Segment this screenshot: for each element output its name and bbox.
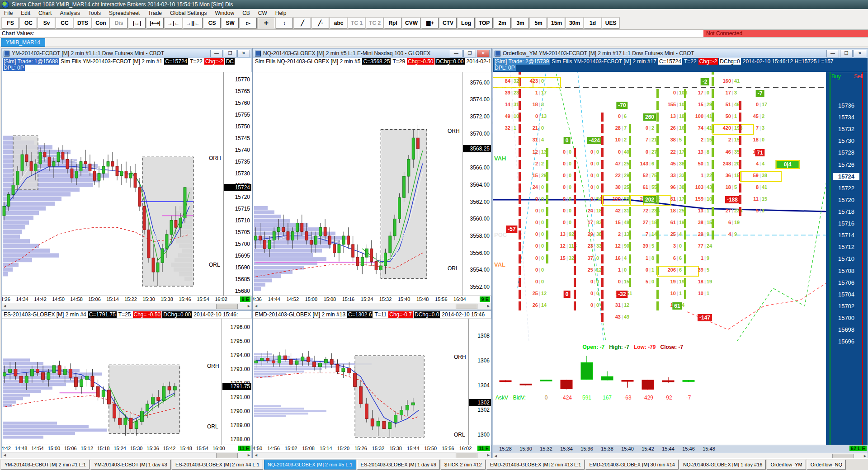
scroll-thumb[interactable]	[456, 453, 477, 458]
toolbar-button-2m[interactable]: 2m	[494, 18, 511, 28]
app-titlebar[interactable]: Sierra Chart 1068 YMIB_MAR14.cht Interac…	[0, 0, 868, 9]
window-titlebar[interactable]: YM-201403-ECBOT [M] 2 min #1 L:1 Dow Fut…	[2, 49, 251, 58]
scroll-left-arrow[interactable]: ◄	[254, 304, 258, 308]
toolbar-button-15m[interactable]: 15m	[548, 18, 565, 28]
toolbar-button-fs[interactable]: FS	[2, 18, 19, 28]
taskbar-item[interactable]: NQ-201403-GLOBEX [M] 1 day #16	[679, 460, 766, 470]
h-scrollbar[interactable]: ◄►	[2, 452, 251, 459]
price-axis-nq[interactable]: 3576.003574.003572.003570.003568.003566.…	[462, 72, 491, 296]
toolbar-button-log[interactable]: Log	[458, 18, 475, 28]
restore-button[interactable]: ❐	[840, 50, 853, 57]
menu-item-cw[interactable]: CW	[254, 10, 271, 16]
toolbar-button-con[interactable]: Con	[92, 18, 109, 28]
toolbar-button-→|←[interactable]: →|←	[165, 18, 182, 28]
scroll-right-arrow[interactable]: ►	[863, 454, 867, 458]
taskbar-item[interactable]: NQ-201403-GLOBEX [M] 2 min #5 L:1	[264, 460, 356, 470]
scroll-thumb[interactable]	[456, 304, 477, 309]
close-button[interactable]: ✕	[854, 50, 866, 57]
toolbar-button-30m[interactable]: 30m	[566, 18, 583, 28]
toolbar-button-sv[interactable]: Sv	[38, 18, 55, 28]
chartbook-tab[interactable]: YMIB_MAR14	[1, 38, 45, 47]
taskbar-item[interactable]: EMD-201403-GLOBEX [M] 30 min #14	[585, 460, 679, 470]
tvw-tool[interactable]: ▦+	[421, 18, 439, 28]
taskbar-item[interactable]: YM-201403-ECBOT [M] 2 min #1 L:1	[1, 460, 90, 470]
restore-button[interactable]: ❐	[224, 50, 236, 57]
toolbar-button-|↔|[interactable]: |↔|	[128, 18, 146, 28]
toolbar-button-cc[interactable]: CC	[56, 18, 73, 28]
toolbar-button-3m[interactable]: 3m	[512, 18, 529, 28]
updown-tool[interactable]: ↕	[276, 18, 293, 28]
chart-plot-emd[interactable]: ORHORL	[253, 319, 468, 445]
toolbar-button-abc[interactable]: abc	[330, 18, 347, 28]
toolbar-button-ues[interactable]: UES	[602, 18, 619, 28]
menu-item-global-settings[interactable]: Global Settings	[166, 10, 211, 16]
orderflow-price-axis[interactable]: BuySell157361573415732157301572815726157…	[826, 72, 868, 445]
menu-item-tools[interactable]: Tools	[84, 10, 105, 16]
close-button[interactable]: ✕	[477, 50, 490, 57]
ray-tool[interactable]: ╱·	[312, 18, 329, 28]
orderflow-plot[interactable]: ORHVAHPOCVAL3|184|3239|2314|3149|1032|1-…	[493, 72, 826, 341]
scroll-right-arrow[interactable]: ►	[486, 304, 491, 308]
minimize-button[interactable]: —	[450, 50, 462, 57]
taskbar-item[interactable]: ES-201403-GLOBEX [M] 1 day #9	[357, 460, 440, 470]
separator: |	[731, 184, 734, 190]
scroll-left-arrow[interactable]: ◄	[254, 453, 258, 457]
taskbar-item[interactable]: YM-201403-ECBOT [M] 1 day #3	[90, 460, 171, 470]
price-axis-es[interactable]: 1796.001795.001794.001793.001792.001791.…	[222, 319, 252, 445]
price-axis-ym[interactable]: 1577015765157601575515750157451574015735…	[223, 72, 252, 296]
scroll-right-arrow[interactable]: ►	[486, 453, 491, 457]
h-scrollbar[interactable]: ◄►	[2, 303, 251, 310]
taskbar-item[interactable]: $TICK 2 min #12	[441, 460, 486, 470]
close-button[interactable]: ✕	[237, 50, 250, 57]
h-scrollbar[interactable]: ◄►	[253, 452, 491, 459]
scroll-left-arrow[interactable]: ◄	[3, 453, 7, 457]
toolbar-button-1d[interactable]: 1d	[584, 18, 601, 28]
crosshair-tool[interactable]: ✛	[258, 18, 275, 28]
toolbar-button-cs[interactable]: CS	[203, 18, 221, 28]
menu-item-chart[interactable]: Chart	[34, 10, 56, 16]
toolbar-button-dts[interactable]: DTS	[74, 18, 91, 28]
scroll-thumb[interactable]	[832, 454, 854, 458]
toolbar-button-→||←[interactable]: →||←	[183, 18, 203, 28]
scroll-thumb[interactable]	[216, 453, 238, 458]
toolbar-button-sw[interactable]: SW	[222, 18, 239, 28]
h-scrollbar[interactable]: ◄►	[253, 303, 491, 310]
toolbar-button-5m[interactable]: 5m	[530, 18, 547, 28]
taskbar-item[interactable]: Orderflow_YM	[767, 460, 806, 470]
menu-item-help[interactable]: Help	[271, 10, 291, 16]
scroll-thumb[interactable]	[216, 304, 238, 309]
toolbar-button-ctv[interactable]: CTV	[439, 18, 457, 28]
chart-plot-nq[interactable]: ORHORL	[253, 72, 462, 296]
menu-item-file[interactable]: File	[0, 10, 17, 16]
menu-item-cb[interactable]: CB	[238, 10, 254, 16]
menu-item-trade[interactable]: Trade	[144, 10, 166, 16]
scroll-right-arrow[interactable]: ►	[247, 453, 251, 457]
menu-item-edit[interactable]: Edit	[17, 10, 34, 16]
scroll-left-arrow[interactable]: ◄	[3, 304, 7, 308]
chart-plot-es[interactable]: ORHORL	[2, 319, 222, 445]
line-tool[interactable]: ╱	[294, 18, 311, 28]
toolbar-button-cvw[interactable]: CVW	[402, 18, 420, 28]
toolbar-button-oc[interactable]: OC	[20, 18, 37, 28]
separator: |	[538, 113, 541, 119]
taskbar-item[interactable]: Orderflow_NQ	[807, 460, 846, 470]
toolbar-button-top[interactable]: TOP	[476, 18, 493, 28]
taskbar-item[interactable]: EMD-201403-GLOBEX [M] 2 min #13 L:1	[486, 460, 585, 470]
chart-plot-ym[interactable]: ORHORL	[2, 72, 223, 296]
minimize-button[interactable]: —	[826, 50, 839, 57]
toolbar-button-|⟷|[interactable]: |⟷|	[146, 18, 164, 28]
restore-button[interactable]: ❐	[463, 50, 476, 57]
scroll-right-arrow[interactable]: ►	[247, 304, 251, 308]
pointer-tool[interactable]: ▻	[240, 18, 257, 28]
scroll-left-arrow[interactable]: ◄	[494, 454, 498, 458]
window-titlebar[interactable]: Orderflow_YM YM-201403-ECBOT [M] 2 min #…	[493, 49, 868, 58]
taskbar-item[interactable]: ES-201403-GLOBEX [M] 2 min #4 L:1	[172, 460, 263, 470]
minimize-button[interactable]: —	[210, 50, 223, 57]
price-axis-emd[interactable]: 130813061304130213001302	[468, 319, 491, 445]
menu-item-spreadsheet[interactable]: Spreadsheet	[105, 10, 144, 16]
menu-item-analysis[interactable]: Analysis	[56, 10, 84, 16]
volume-bar	[629, 242, 631, 251]
menu-item-window[interactable]: Window	[211, 10, 238, 16]
window-titlebar[interactable]: NQ-201403-GLOBEX [M] 2 min #5 L:1 E-Mini…	[253, 49, 491, 58]
toolbar-button-rpl[interactable]: Rpl	[384, 18, 401, 28]
